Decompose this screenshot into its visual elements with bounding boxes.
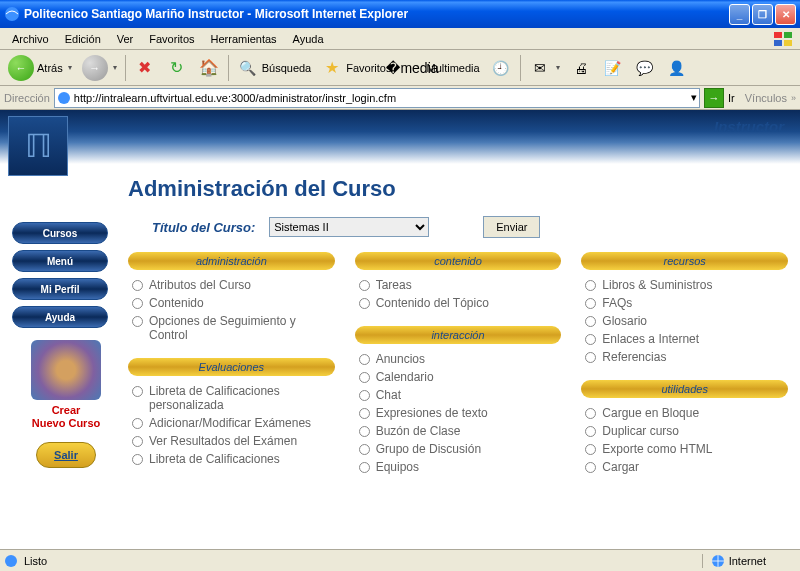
link-item[interactable]: Grupo de Discusión [355, 440, 562, 458]
menu-herramientas[interactable]: Herramientas [203, 31, 285, 47]
role-label: Instructor [714, 118, 784, 135]
links-button[interactable]: Vínculos [745, 92, 787, 104]
stop-button[interactable]: ✖ [130, 54, 160, 82]
link-label: Buzón de Clase [376, 424, 461, 438]
minimize-button[interactable]: _ [729, 4, 750, 25]
refresh-button[interactable]: ↻ [162, 54, 192, 82]
chevron-down-icon[interactable]: ▾ [691, 91, 697, 104]
menubar: Archivo Edición Ver Favoritos Herramient… [0, 28, 800, 50]
url-box[interactable]: ▾ [54, 88, 700, 108]
svg-rect-4 [784, 40, 792, 46]
sidebar-ayuda[interactable]: Ayuda [12, 306, 108, 328]
messenger-button[interactable]: 👤 [662, 54, 692, 82]
back-button[interactable]: ← Atrás ▾ [4, 54, 76, 82]
menu-edicion[interactable]: Edición [57, 31, 109, 47]
link-item[interactable]: Adicionar/Modificar Exámenes [128, 414, 335, 432]
create-course-link[interactable]: Crear Nuevo Curso [12, 404, 120, 430]
menu-archivo[interactable]: Archivo [4, 31, 57, 47]
print-button[interactable]: 🖨 [566, 54, 596, 82]
search-button[interactable]: 🔍Búsqueda [233, 54, 316, 82]
link-label: Cargar [602, 460, 639, 474]
go-label: Ir [728, 92, 735, 104]
link-label: Enlaces a Internet [602, 332, 699, 346]
multimedia-button[interactable]: �mediaMultimedia [397, 54, 483, 82]
link-item[interactable]: Duplicar curso [581, 422, 788, 440]
link-item[interactable]: Expresiones de texto [355, 404, 562, 422]
section-header: interacción [355, 326, 562, 344]
radio-icon [359, 426, 370, 437]
history-button[interactable]: 🕘 [486, 54, 516, 82]
radio-icon [359, 462, 370, 473]
radio-icon [359, 390, 370, 401]
link-item[interactable]: Equipos [355, 458, 562, 476]
statusbar: Listo Internet [0, 549, 800, 571]
link-label: Cargue en Bloque [602, 406, 699, 420]
sidebar-cursos[interactable]: Cursos [12, 222, 108, 244]
radio-icon [132, 418, 143, 429]
link-item[interactable]: Referencias [581, 348, 788, 366]
star-icon: ★ [321, 57, 343, 79]
link-item[interactable]: Cargar [581, 458, 788, 476]
discuss-button[interactable]: 💬 [630, 54, 660, 82]
close-button[interactable]: ✕ [775, 4, 796, 25]
menu-favoritos[interactable]: Favoritos [141, 31, 202, 47]
link-item[interactable]: Ver Resultados del Exámen [128, 432, 335, 450]
link-item[interactable]: Contenido del Tópico [355, 294, 562, 312]
link-item[interactable]: Buzón de Clase [355, 422, 562, 440]
edit-button[interactable]: 📝 [598, 54, 628, 82]
section-header: recursos [581, 252, 788, 270]
link-item[interactable]: Libros & Suministros [581, 276, 788, 294]
course-select[interactable]: Sistemas II [269, 217, 429, 237]
link-item[interactable]: Cargue en Bloque [581, 404, 788, 422]
home-button[interactable]: 🏠 [194, 54, 224, 82]
link-item[interactable]: Libreta de Calificaciones [128, 450, 335, 468]
section-header: contenido [355, 252, 562, 270]
link-item[interactable]: Exporte como HTML [581, 440, 788, 458]
chevron-down-icon: ▾ [68, 63, 72, 72]
forward-button[interactable]: → ▾ [78, 54, 121, 82]
link-item[interactable]: Anuncios [355, 350, 562, 368]
side-nav: Cursos Menú Mi Perfil Ayuda Crear Nuevo … [12, 176, 120, 476]
url-input[interactable] [74, 92, 688, 104]
link-item[interactable]: Libreta de Calificaciones personalizada [128, 382, 335, 414]
messenger-icon: 👤 [666, 57, 688, 79]
create-line2: Nuevo Curso [32, 417, 100, 429]
sidebar-mi-perfil[interactable]: Mi Perfil [12, 278, 108, 300]
link-item[interactable]: Opciones de Seguimiento y Control [128, 312, 335, 344]
radio-icon [585, 352, 596, 363]
svg-rect-2 [784, 32, 792, 38]
menu-ayuda[interactable]: Ayuda [285, 31, 332, 47]
exit-button[interactable]: Salir [36, 442, 96, 468]
go-button[interactable]: → [704, 88, 724, 108]
radio-icon [359, 280, 370, 291]
radio-icon [585, 462, 596, 473]
send-button[interactable]: Enviar [483, 216, 540, 238]
link-label: Libreta de Calificaciones [149, 452, 280, 466]
link-item[interactable]: Enlaces a Internet [581, 330, 788, 348]
page-content: ℿ Instructor Cursos Menú Mi Perfil Ayuda… [0, 110, 800, 549]
sidebar-menu[interactable]: Menú [12, 250, 108, 272]
link-label: Libros & Suministros [602, 278, 712, 292]
link-item[interactable]: Calendario [355, 368, 562, 386]
link-item[interactable]: Contenido [128, 294, 335, 312]
globe-icon [711, 554, 725, 568]
zone-label: Internet [729, 555, 766, 567]
link-item[interactable]: FAQs [581, 294, 788, 312]
separator [520, 55, 521, 81]
link-item[interactable]: Atributos del Curso [128, 276, 335, 294]
mail-button[interactable]: ✉▾ [525, 54, 564, 82]
address-bar: Dirección ▾ → Ir Vínculos » [0, 86, 800, 110]
link-label: Anuncios [376, 352, 425, 366]
refresh-icon: ↻ [166, 57, 188, 79]
favorites-button[interactable]: ★Favoritos [317, 54, 395, 82]
course-row: Título del Curso: Sistemas II Enviar [128, 216, 788, 238]
maximize-button[interactable]: ❐ [752, 4, 773, 25]
link-label: Opciones de Seguimiento y Control [149, 314, 335, 342]
col-3: recursosLibros & SuministrosFAQsGlosario… [581, 252, 788, 476]
menu-ver[interactable]: Ver [109, 31, 142, 47]
link-item[interactable]: Glosario [581, 312, 788, 330]
page-title: Administración del Curso [128, 176, 788, 202]
link-item[interactable]: Tareas [355, 276, 562, 294]
link-item[interactable]: Chat [355, 386, 562, 404]
link-label: FAQs [602, 296, 632, 310]
